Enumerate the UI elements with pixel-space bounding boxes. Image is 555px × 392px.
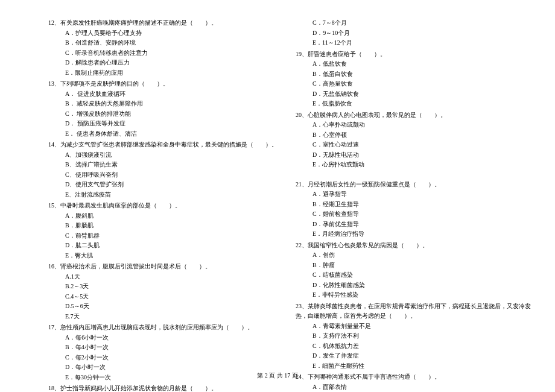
right-column: C．7～8个月D．9～10个月E．11～12个月19、肝昏迷患者应给予（ ）。A… <box>296 18 531 392</box>
option: D．孕前优生指导 <box>296 220 531 230</box>
option: B．腓肠肌 <box>48 221 284 231</box>
option: C．7～8个月 <box>296 18 531 28</box>
question: 23、某肺炎球菌性炎患者，在应用常规青霉素治疗作用下，病程延长且退烧后，又发冷发… <box>296 302 531 371</box>
question: 16、肾癌根治术后，腹膜后引流管拔出时间是术后（ ）。A.1天B.2～3天C.4… <box>48 262 284 321</box>
question-text: 23、某肺炎球菌性炎患者，在应用常规青霉素治疗作用下，病程延长且退烧后，又发冷发… <box>296 302 531 321</box>
question: 13、下列哪项不是皮肤护理的目的（ ）。A． 促进皮肤血液循环B． 减轻皮肤的天… <box>48 79 284 139</box>
option: C．听录音机转移患者的注意力 <box>48 48 284 58</box>
option: A．创伤 <box>296 250 531 261</box>
option: B.2～3天 <box>48 282 284 292</box>
option: B．每4小时一次 <box>48 343 284 353</box>
option: C． 增强皮肤的排泄功能 <box>48 109 284 119</box>
option: E、注射流感疫苗 <box>48 190 284 200</box>
question: C．7～8个月D．9～10个月E．11～12个月 <box>296 18 531 48</box>
option: C．前臂肌群 <box>48 231 284 241</box>
option: A．心率扑动或颤动 <box>296 120 531 130</box>
option: B．创造舒适、安静的环境 <box>48 38 284 48</box>
option: A.1天 <box>48 272 284 282</box>
option: A．面部表情 <box>296 382 531 393</box>
option: D．肱二头肌 <box>48 241 284 251</box>
option: A．低盐饮食 <box>296 59 531 69</box>
option: B．支持疗法不利 <box>296 331 531 341</box>
option: A．护理人员要给予心理支持 <box>48 28 284 39</box>
question-text: 22、我国缩窄性心包炎最常见的病因是（ ）。 <box>296 241 531 251</box>
option: A．青霉素剂量量不足 <box>296 321 531 332</box>
option: B．经期卫生指导 <box>296 200 531 210</box>
option: D．解除患者的心理压力 <box>48 58 284 68</box>
option: A．每6小时一次 <box>48 333 284 343</box>
option: B、选择广谱抗生素 <box>48 160 284 170</box>
option: C．机体抵抗力差 <box>296 341 531 352</box>
question: 15、中暑时最易发生肌肉痉挛的部位是（ ）。A．腹斜肌B．腓肠肌C．前臂肌群D．… <box>48 201 284 261</box>
question-text: 12、有关原发性肝癌晚期疼痛护理的描述不正确的是（ ）。 <box>48 18 284 28</box>
question: 14、为减少支气管扩张患者肺部继发感染和全身中毒症状，最关键的措施是（ ）。A、… <box>48 140 284 200</box>
question-text: 20、心脏膜伴病人的心电图表现，最常见的是（ ）。 <box>296 110 531 121</box>
question: 21、月经初潮后女性的一级预防保健重点是（ ）。A．避孕指导B．经期卫生指导C．… <box>296 180 531 239</box>
left-column: 12、有关原发性肝癌晚期疼痛护理的描述不正确的是（ ）。A．护理人员要给予心理支… <box>48 18 284 392</box>
question: 22、我国缩窄性心包炎最常见的病因是（ ）。A．创伤B．肿瘤C．结核菌感染D．化… <box>296 241 531 300</box>
option: C．每2小时一次 <box>48 353 284 363</box>
option: D、使用支气管扩张剂 <box>48 180 284 190</box>
option: D．无盐低钠饮食 <box>296 89 531 100</box>
option: C.4～5天 <box>48 292 284 302</box>
question-text: 19、肝昏迷患者应给予（ ）。 <box>296 49 531 60</box>
option: C．室性心动过速 <box>296 140 531 150</box>
option: E.7天 <box>48 312 284 322</box>
option: A、加强痰液引流 <box>48 150 284 160</box>
option: C．高热量饮食 <box>296 79 531 89</box>
question-text: 21、月经初潮后女性的一级预防保健重点是（ ）。 <box>296 180 531 190</box>
page-container: 12、有关原发性肝癌晚期疼痛护理的描述不正确的是（ ）。A．护理人员要给予心理支… <box>0 0 555 392</box>
option: E．心房扑动或颤动 <box>296 160 531 170</box>
question-text: 16、肾癌根治术后，腹膜后引流管拔出时间是术后（ ）。 <box>48 262 284 272</box>
option: B． 减轻皮肤的天然屏障作用 <box>48 99 284 109</box>
option: C、使用呼吸兴奋剂 <box>48 170 284 180</box>
option: D． 预防压疮等并发症 <box>48 119 284 129</box>
option: B．低蛋白饮食 <box>296 69 531 80</box>
option: B．心室停顿 <box>296 130 531 141</box>
question-text: 17、急性颅内压增高患儿出现脑疝表现时，脱水剂的应用频率应为（ ）。 <box>48 323 284 333</box>
option: C．结核菌感染 <box>296 270 531 280</box>
question: 19、肝昏迷患者应给予（ ）。A．低盐饮食B．低蛋白饮食C．高热量饮食D．无盐低… <box>296 49 531 109</box>
option: B．肿瘤 <box>296 261 531 271</box>
spacer <box>296 171 531 180</box>
option: D．9～10个月 <box>296 28 531 39</box>
option: E．限制止痛药的应用 <box>48 68 284 78</box>
option: A．腹斜肌 <box>48 211 284 221</box>
option: E． 使患者身体舒适、清洁 <box>48 129 284 139</box>
option: D．化脓性细菌感染 <box>296 280 531 291</box>
option: E．11～12个月 <box>296 38 531 48</box>
option: E．低脂肪饮食 <box>296 99 531 109</box>
option: D．发生了并发症 <box>296 351 531 361</box>
option: E．细菌产生耐药性 <box>296 361 531 371</box>
option: A．避孕指导 <box>296 189 531 200</box>
question-text: 13、下列哪项不是皮肤护理的目的（ ）。 <box>48 79 284 89</box>
option: D.5～6天 <box>48 302 284 312</box>
question-text: 14、为减少支气管扩张患者肺部继发感染和全身中毒症状，最关键的措施是（ ）。 <box>48 140 284 150</box>
option: E．臀大肌 <box>48 251 284 261</box>
page-footer: 第 2 页 共 17 页 <box>0 371 555 380</box>
option: A． 促进皮肤血液循环 <box>48 89 284 100</box>
question-text: 18、护士指导新妈妈小儿开始添加泥状食物的月龄是（ ）。 <box>48 384 284 392</box>
question: 12、有关原发性肝癌晚期疼痛护理的描述不正确的是（ ）。A．护理人员要给予心理支… <box>48 18 284 78</box>
question-text: 15、中暑时最易发生肌肉痉挛的部位是（ ）。 <box>48 201 284 211</box>
question: 18、护士指导新妈妈小儿开始添加泥状食物的月龄是（ ）。A．2～3个月B．4～6… <box>48 384 284 392</box>
option: E．非特异性感染 <box>296 290 531 300</box>
option: E．月经病治疗指导 <box>296 229 531 239</box>
option: D．无脉性电活动 <box>296 150 531 160</box>
question: 20、心脏膜伴病人的心电图表现，最常见的是（ ）。A．心率扑动或颤动B．心室停顿… <box>296 110 531 170</box>
option: C．婚前检查指导 <box>296 209 531 220</box>
